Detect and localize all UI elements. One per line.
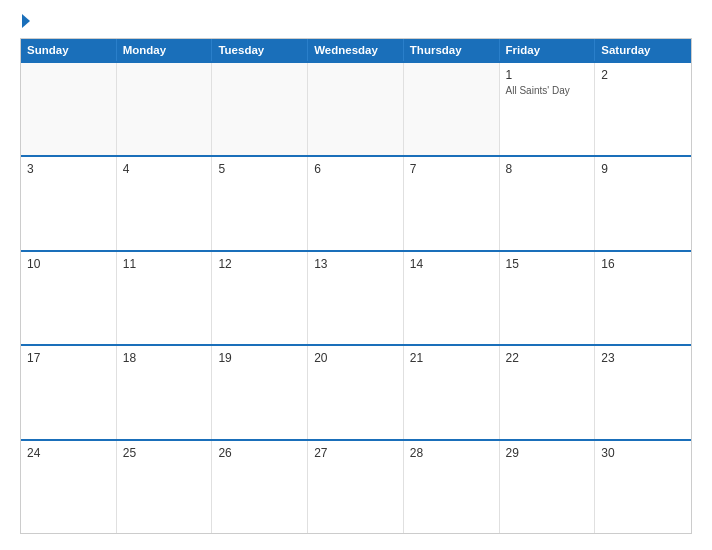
day-number: 6 <box>314 162 397 176</box>
cal-cell-w5-d6: 29 <box>500 441 596 533</box>
header-saturday: Saturday <box>595 39 691 61</box>
cal-cell-w1-d5 <box>404 63 500 155</box>
day-number: 19 <box>218 351 301 365</box>
day-number: 22 <box>506 351 589 365</box>
header-friday: Friday <box>500 39 596 61</box>
header-monday: Monday <box>117 39 213 61</box>
day-number: 2 <box>601 68 685 82</box>
day-number: 1 <box>506 68 589 82</box>
day-event: All Saints' Day <box>506 84 589 97</box>
cal-cell-w3-d5: 14 <box>404 252 500 344</box>
cal-cell-w2-d3: 5 <box>212 157 308 249</box>
calendar-week-3: 10111213141516 <box>21 250 691 344</box>
cal-cell-w1-d3 <box>212 63 308 155</box>
day-number: 17 <box>27 351 110 365</box>
header <box>20 16 692 28</box>
cal-cell-w5-d3: 26 <box>212 441 308 533</box>
calendar-week-4: 17181920212223 <box>21 344 691 438</box>
cal-cell-w3-d4: 13 <box>308 252 404 344</box>
cal-cell-w1-d4 <box>308 63 404 155</box>
cal-cell-w3-d3: 12 <box>212 252 308 344</box>
cal-cell-w3-d2: 11 <box>117 252 213 344</box>
cal-cell-w2-d7: 9 <box>595 157 691 249</box>
header-thursday: Thursday <box>404 39 500 61</box>
day-number: 10 <box>27 257 110 271</box>
day-number: 18 <box>123 351 206 365</box>
cal-cell-w4-d1: 17 <box>21 346 117 438</box>
cal-cell-w4-d2: 18 <box>117 346 213 438</box>
day-number: 21 <box>410 351 493 365</box>
page: Sunday Monday Tuesday Wednesday Thursday… <box>0 0 712 550</box>
day-number: 24 <box>27 446 110 460</box>
day-number: 14 <box>410 257 493 271</box>
header-wednesday: Wednesday <box>308 39 404 61</box>
cal-cell-w2-d6: 8 <box>500 157 596 249</box>
cal-cell-w5-d2: 25 <box>117 441 213 533</box>
calendar-week-5: 24252627282930 <box>21 439 691 533</box>
logo <box>20 16 30 28</box>
cal-cell-w1-d6: 1All Saints' Day <box>500 63 596 155</box>
day-number: 15 <box>506 257 589 271</box>
calendar: Sunday Monday Tuesday Wednesday Thursday… <box>20 38 692 534</box>
cal-cell-w5-d5: 28 <box>404 441 500 533</box>
day-number: 27 <box>314 446 397 460</box>
day-number: 28 <box>410 446 493 460</box>
day-number: 12 <box>218 257 301 271</box>
day-number: 8 <box>506 162 589 176</box>
day-number: 5 <box>218 162 301 176</box>
day-number: 11 <box>123 257 206 271</box>
cal-cell-w4-d3: 19 <box>212 346 308 438</box>
cal-cell-w4-d5: 21 <box>404 346 500 438</box>
cal-cell-w4-d7: 23 <box>595 346 691 438</box>
cal-cell-w1-d1 <box>21 63 117 155</box>
day-number: 7 <box>410 162 493 176</box>
logo-triangle-icon <box>22 14 30 28</box>
header-tuesday: Tuesday <box>212 39 308 61</box>
cal-cell-w2-d4: 6 <box>308 157 404 249</box>
calendar-week-2: 3456789 <box>21 155 691 249</box>
cal-cell-w3-d6: 15 <box>500 252 596 344</box>
cal-cell-w2-d5: 7 <box>404 157 500 249</box>
day-number: 9 <box>601 162 685 176</box>
cal-cell-w1-d2 <box>117 63 213 155</box>
cal-cell-w5-d7: 30 <box>595 441 691 533</box>
calendar-body: 1All Saints' Day234567891011121314151617… <box>21 61 691 533</box>
cal-cell-w4-d4: 20 <box>308 346 404 438</box>
header-sunday: Sunday <box>21 39 117 61</box>
cal-cell-w4-d6: 22 <box>500 346 596 438</box>
day-number: 25 <box>123 446 206 460</box>
cal-cell-w2-d1: 3 <box>21 157 117 249</box>
cal-cell-w2-d2: 4 <box>117 157 213 249</box>
calendar-header: Sunday Monday Tuesday Wednesday Thursday… <box>21 39 691 61</box>
cal-cell-w3-d7: 16 <box>595 252 691 344</box>
day-number: 16 <box>601 257 685 271</box>
cal-cell-w1-d7: 2 <box>595 63 691 155</box>
day-number: 23 <box>601 351 685 365</box>
day-number: 20 <box>314 351 397 365</box>
day-number: 30 <box>601 446 685 460</box>
day-number: 29 <box>506 446 589 460</box>
day-number: 13 <box>314 257 397 271</box>
calendar-week-1: 1All Saints' Day2 <box>21 61 691 155</box>
day-number: 4 <box>123 162 206 176</box>
cal-cell-w5-d1: 24 <box>21 441 117 533</box>
cal-cell-w3-d1: 10 <box>21 252 117 344</box>
day-number: 26 <box>218 446 301 460</box>
cal-cell-w5-d4: 27 <box>308 441 404 533</box>
day-number: 3 <box>27 162 110 176</box>
